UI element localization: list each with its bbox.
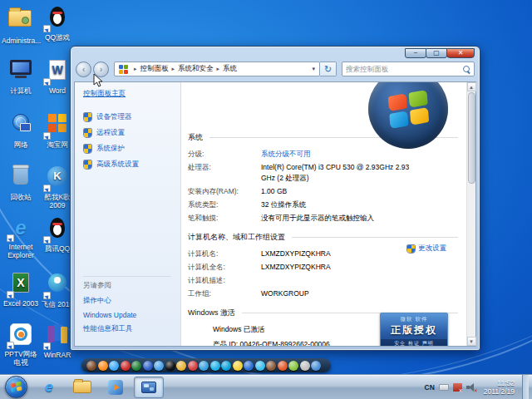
breadcrumb-dropdown-icon[interactable]: ▾ (309, 66, 318, 72)
sidebar-item-control-panel-home[interactable]: 控制面板主页 (83, 89, 126, 99)
see-also-header: 另请参阅 (83, 276, 170, 291)
refresh-button[interactable]: ↻ (320, 62, 337, 76)
dock-icon[interactable] (233, 361, 243, 371)
row-value: 没有可用于此显示器的笔或触控输入 (261, 213, 374, 224)
dock-icon[interactable] (300, 361, 310, 371)
k-circle-icon: K (45, 166, 70, 191)
control-panel-icon (141, 382, 156, 393)
desktop-icon-network[interactable]: 网络 (2, 111, 40, 149)
dock-icon[interactable] (176, 361, 186, 371)
dock-icon[interactable] (98, 361, 108, 371)
winrar-books-icon (45, 324, 70, 349)
dock-icon[interactable] (210, 361, 220, 371)
row-value: 1.00 GB (261, 186, 287, 197)
desktop-icon-computer[interactable]: 计算机 (2, 58, 40, 95)
control-panel-icon (119, 65, 128, 74)
search-box[interactable] (342, 62, 475, 76)
taskbar-item-media-player[interactable] (101, 377, 131, 398)
desktop-icon-label: Internet Explorer (2, 243, 40, 259)
dock-icon[interactable] (143, 361, 153, 371)
dock-icon[interactable] (165, 361, 175, 371)
close-button[interactable]: ✕ (446, 48, 475, 58)
rating-unavailable-link[interactable]: 系统分级不可用 (261, 149, 311, 160)
dock-icon[interactable] (221, 361, 231, 371)
taskbar-clock[interactable]: 11:52 2011/2/19 (480, 379, 518, 396)
windows-flag-icon (387, 89, 428, 128)
dock-icons (86, 361, 321, 371)
scroll-up-icon[interactable]: ▲ (467, 82, 476, 91)
back-button[interactable]: ‹ (76, 62, 91, 77)
uac-shield-icon (83, 160, 92, 170)
breadcrumb[interactable]: ▸ 控制面板 ▸ 系统和安全 ▸ 系统 ▾ (114, 62, 320, 76)
tiles-icon (45, 114, 70, 139)
media-player-icon (108, 380, 123, 395)
volume-muted-icon[interactable]: ✕ (466, 383, 476, 392)
dock-icon[interactable] (154, 361, 164, 371)
row-label: 处理器: (188, 162, 261, 184)
dock-icon[interactable] (255, 361, 265, 371)
dock-icon[interactable] (266, 361, 276, 371)
badge-title: 正版授权 (381, 323, 447, 337)
window-titlebar[interactable]: − ▢ ✕ (71, 47, 480, 59)
fetion-icon (45, 273, 70, 298)
system-tray: CN ✕ 11:52 2011/2/19 (425, 375, 532, 399)
dock-icon[interactable] (199, 361, 209, 371)
keyboard-tray-icon[interactable] (439, 384, 449, 391)
desktop-icon-internet-explorer[interactable]: e Internet Explorer (2, 216, 40, 259)
vertical-scrollbar[interactable]: ▲ ▼ (466, 82, 475, 346)
dock-icon[interactable] (121, 361, 131, 371)
badge-line: 安全 检证 声明 (381, 339, 447, 346)
dock-icon[interactable] (244, 361, 254, 371)
maximize-button[interactable]: ▢ (426, 48, 447, 58)
row-label: 系统类型: (188, 200, 261, 210)
desktop-icon-pptv[interactable]: PPTV网络电视 (2, 323, 40, 367)
dock-icon[interactable] (188, 361, 198, 371)
dock-icon[interactable] (288, 361, 298, 371)
scrollbar-thumb[interactable] (468, 92, 475, 184)
desktop-icon-label: Administra... (2, 37, 40, 45)
see-also-section: 另请参阅 操作中心 Windows Update 性能信息和工具 (83, 276, 170, 339)
show-desktop-button[interactable] (522, 375, 529, 399)
minimize-button[interactable]: − (405, 48, 426, 58)
desktop-icon-qq-games[interactable]: QQ游戏 (38, 5, 76, 42)
dock-icon[interactable] (131, 361, 141, 371)
system-info-panel: 系统 分级: 系统分级不可用 处理器: Intel(R) Core(TM) i3… (181, 82, 466, 346)
dock-icon[interactable] (311, 361, 321, 371)
desktop-icon-excel[interactable]: X Excel 2003 (2, 271, 40, 308)
taskbar: e CN ✕ 11:52 2011/2/19 (0, 374, 532, 399)
desktop-icon-administrator[interactable]: Administra... (2, 5, 40, 45)
sidebar-item-remote-settings[interactable]: 远程设置 (83, 128, 180, 138)
uac-shield-icon (83, 144, 92, 154)
sidebar-item-advanced-system-settings[interactable]: 高级系统设置 (83, 160, 180, 170)
change-settings-link[interactable]: 更改设置 (406, 244, 446, 254)
language-indicator[interactable]: CN (425, 383, 435, 392)
desktop-icon-label: 回收站 (2, 193, 40, 201)
taskbar-item-control-panel-active[interactable] (134, 377, 164, 398)
sidebar-item-device-manager[interactable]: 设备管理器 (83, 112, 180, 122)
breadcrumb-item-system[interactable]: 系统 (223, 64, 237, 74)
action-center-tray-icon[interactable] (453, 383, 462, 392)
row-label: 工作组: (188, 288, 261, 299)
search-input[interactable] (346, 65, 461, 73)
desktop-icon-label: PPTV网络电视 (2, 350, 40, 367)
breadcrumb-item-control-panel[interactable]: 控制面板 (140, 64, 169, 74)
pptv-icon (8, 323, 33, 348)
dock-icon[interactable] (86, 361, 96, 371)
dock-icon[interactable] (278, 361, 288, 371)
sidebar-item-action-center[interactable]: 操作中心 (83, 296, 170, 306)
computer-icon (8, 60, 33, 85)
taskbar-item-explorer[interactable] (67, 377, 97, 398)
breadcrumb-item-system-security[interactable]: 系统和安全 (178, 64, 214, 74)
start-button[interactable] (5, 376, 27, 398)
forward-button[interactable]: › (93, 62, 109, 77)
sidebar-item-system-protection[interactable]: 系统保护 (83, 144, 180, 154)
desktop-icon-recycle-bin[interactable]: 回收站 (2, 165, 40, 201)
sidebar-item-label: 远程设置 (96, 128, 125, 138)
scroll-down-icon[interactable]: ▼ (467, 337, 476, 346)
taskbar-item-internet-explorer[interactable]: e (34, 377, 64, 398)
sidebar-item-windows-update[interactable]: Windows Update (83, 311, 170, 319)
sidebar-item-performance-tools[interactable]: 性能信息和工具 (83, 324, 170, 334)
uac-shield-icon (83, 112, 92, 122)
dock-icon[interactable] (109, 361, 119, 371)
row-label: 分级: (188, 149, 261, 160)
